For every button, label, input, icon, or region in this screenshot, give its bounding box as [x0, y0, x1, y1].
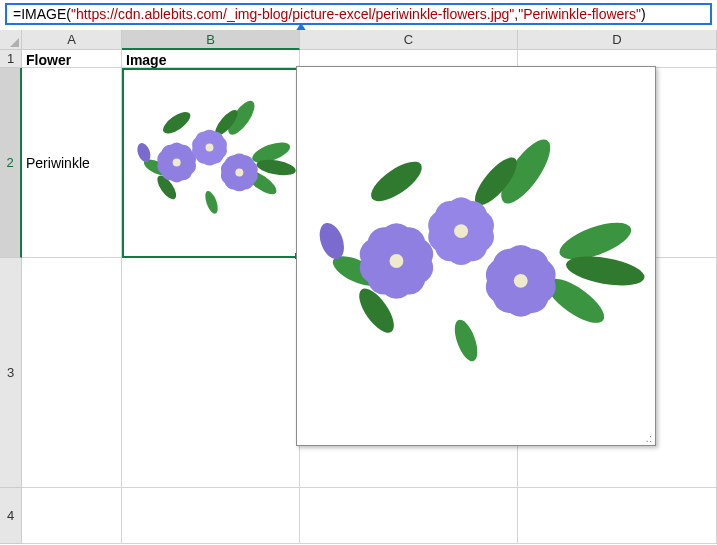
col-header-B[interactable]: B	[122, 30, 300, 50]
cell-C4[interactable]	[300, 488, 518, 544]
formula-equals: =	[13, 6, 21, 22]
cell-A1[interactable]: Flower	[22, 50, 122, 68]
cell-B3[interactable]	[122, 258, 300, 488]
svg-point-0	[160, 108, 194, 138]
select-all-corner[interactable]	[0, 30, 22, 50]
col-header-C[interactable]: C	[300, 30, 518, 50]
formula-bar[interactable]: =IMAGE("https://cdn.ablebits.com/_img-bl…	[5, 3, 712, 25]
row-header-2[interactable]: 2	[0, 68, 22, 258]
cell-A2-text: Periwinkle	[26, 155, 90, 171]
svg-point-37	[315, 220, 348, 263]
svg-point-27	[235, 168, 243, 176]
svg-point-36	[450, 317, 482, 364]
col-header-A[interactable]: A	[22, 30, 122, 50]
formula-fn-open: IMAGE(	[21, 6, 71, 22]
image-preview-flower-icon	[297, 67, 655, 445]
col-header-D[interactable]: D	[518, 30, 717, 50]
cell-D4[interactable]	[518, 488, 717, 544]
svg-point-28	[365, 155, 428, 209]
svg-point-55	[514, 274, 528, 288]
formula-arg1: "https://cdn.ablebits.com/_img-blog/pict…	[71, 6, 514, 22]
formula-arg2: "Periwinkle-flowers"	[518, 6, 641, 22]
formula-fn-close: )	[641, 6, 646, 22]
cell-B4[interactable]	[122, 488, 300, 544]
cell-B1[interactable]: Image	[122, 50, 300, 68]
cell-A3[interactable]	[22, 258, 122, 488]
flower-image-icon	[122, 68, 299, 257]
row-header-4[interactable]: 4	[0, 488, 22, 544]
svg-point-21	[206, 144, 214, 152]
spreadsheet-grid: A B C D 1 2 3 4 Flower Image Periwinkle	[0, 30, 717, 545]
cell-B2[interactable]	[122, 68, 300, 258]
row-header-3[interactable]: 3	[0, 258, 22, 488]
svg-point-49	[454, 224, 468, 238]
svg-point-8	[203, 189, 221, 215]
svg-point-15	[173, 159, 181, 167]
resize-grip-icon[interactable]: . :	[646, 434, 651, 444]
cell-A2[interactable]: Periwinkle	[22, 68, 122, 258]
svg-point-43	[389, 254, 403, 268]
image-preview-card[interactable]: . :	[296, 66, 656, 446]
cell-A4[interactable]	[22, 488, 122, 544]
row-header-1[interactable]: 1	[0, 50, 22, 68]
